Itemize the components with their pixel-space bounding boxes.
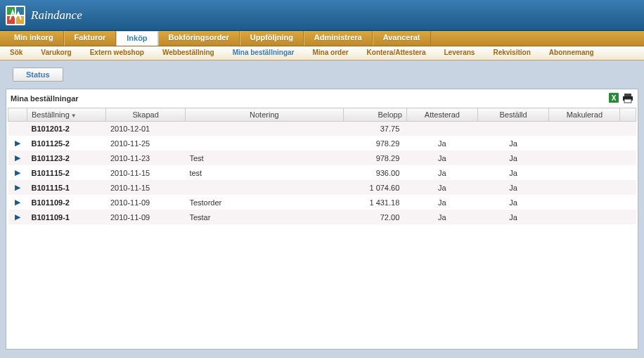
orders-table: Beställning▼ Skapad Notering Belopp Atte… [8, 108, 636, 224]
col-order[interactable]: Beställning▼ [27, 108, 105, 122]
sub-tab-webbeställning[interactable]: Webbeställning [157, 46, 220, 60]
main-tab-inköp[interactable]: Inköp [116, 31, 157, 46]
cell-amount: 936.00 [343, 165, 406, 180]
expand-cell [8, 122, 27, 136]
svg-text:X: X [612, 94, 617, 102]
sort-desc-icon: ▼ [71, 113, 77, 119]
expand-arrow-icon[interactable]: ▶ [15, 139, 20, 147]
expand-cell[interactable]: ▶ [8, 136, 27, 151]
cell-attested [406, 122, 477, 136]
print-icon[interactable] [622, 92, 633, 105]
cell-order: B101109-2 [27, 195, 105, 210]
table-row[interactable]: ▶B101115-22010-11-15test936.00JaJa [8, 165, 636, 180]
table-row[interactable]: B101201-22010-12-0137.75 [8, 122, 636, 136]
col-created[interactable]: Skapad [106, 108, 185, 122]
cell-cancelled [549, 165, 620, 180]
svg-rect-7 [624, 94, 631, 96]
cell-spacer [620, 151, 636, 165]
cell-spacer [620, 136, 636, 151]
cell-created: 2010-11-23 [106, 151, 185, 165]
expand-arrow-icon[interactable]: ▶ [15, 168, 20, 177]
table-row[interactable]: ▶B101115-12010-11-151 074.60JaJa [8, 180, 636, 195]
cell-cancelled [549, 122, 620, 136]
sub-tab-mina-order[interactable]: Mina order [307, 46, 354, 60]
main-tab-avancerat[interactable]: Avancerat [373, 31, 431, 46]
cell-note [185, 122, 343, 136]
table-row[interactable]: ▶B101123-22010-11-23Test978.29JaJa [8, 151, 636, 165]
col-cancelled[interactable]: Makulerad [549, 108, 620, 122]
app-logo-icon [6, 6, 25, 25]
cell-spacer [620, 180, 636, 195]
cell-order: B101123-2 [27, 151, 105, 165]
expand-arrow-icon[interactable]: ▶ [15, 198, 20, 206]
cell-spacer [620, 195, 636, 210]
sub-tab-varukorg[interactable]: Varukorg [35, 46, 77, 60]
cell-attested: Ja [406, 136, 477, 151]
sub-tab-leverans[interactable]: Leverans [439, 46, 481, 60]
col-expand [8, 108, 27, 122]
cell-ordered [478, 122, 549, 136]
main-tab-uppföljning[interactable]: Uppföljning [240, 31, 304, 46]
table-row[interactable]: ▶B101109-12010-11-09Testar72.00JaJa [8, 210, 636, 224]
cell-order: B101109-1 [27, 210, 105, 224]
main-tab-fakturor[interactable]: Fakturor [64, 31, 117, 46]
cell-cancelled [549, 195, 620, 210]
cell-created: 2010-11-25 [106, 136, 185, 151]
main-tab-bokföringsorder[interactable]: Bokföringsorder [158, 31, 240, 46]
cell-order: B101115-1 [27, 180, 105, 195]
cell-note [185, 136, 343, 151]
col-ordered[interactable]: Beställd [478, 108, 549, 122]
cell-attested: Ja [406, 180, 477, 195]
sub-tab-sök[interactable]: Sök [4, 46, 28, 60]
expand-cell[interactable]: ▶ [8, 180, 27, 195]
expand-cell[interactable]: ▶ [8, 210, 27, 224]
cell-ordered: Ja [478, 136, 549, 151]
col-amount[interactable]: Belopp [343, 108, 406, 122]
cell-created: 2010-11-15 [106, 180, 185, 195]
col-order-label: Beställning [32, 110, 70, 119]
expand-arrow-icon[interactable]: ▶ [15, 153, 20, 162]
main-tab-min-inkorg[interactable]: Min inkorg [4, 31, 64, 46]
content-area: Status Mina beställningar X Beställning▼… [0, 60, 644, 358]
sub-tab-mina-beställningar[interactable]: Mina beställningar [227, 46, 300, 60]
cell-amount: 1 431.18 [343, 195, 406, 210]
excel-export-icon[interactable]: X [608, 92, 619, 105]
cell-ordered: Ja [478, 210, 549, 224]
col-note[interactable]: Notering [185, 108, 343, 122]
cell-ordered: Ja [478, 180, 549, 195]
cell-cancelled [549, 180, 620, 195]
expand-arrow-icon[interactable]: ▶ [15, 212, 20, 221]
cell-order: B101201-2 [27, 122, 105, 136]
sub-tab-abonnemang[interactable]: Abonnemang [543, 46, 600, 60]
cell-spacer [620, 210, 636, 224]
svg-rect-9 [624, 99, 631, 103]
expand-cell[interactable]: ▶ [8, 195, 27, 210]
expand-cell[interactable]: ▶ [8, 151, 27, 165]
cell-ordered: Ja [478, 151, 549, 165]
cell-amount: 1 074.60 [343, 180, 406, 195]
cell-ordered: Ja [478, 165, 549, 180]
expand-cell[interactable]: ▶ [8, 165, 27, 180]
cell-amount: 37.75 [343, 122, 406, 136]
status-bar: Status [6, 60, 638, 89]
cell-amount: 978.29 [343, 136, 406, 151]
app-header: Raindance [0, 0, 644, 31]
expand-arrow-icon[interactable]: ▶ [15, 183, 20, 191]
col-attested[interactable]: Attesterad [406, 108, 477, 122]
orders-panel: Mina beställningar X Beställning▼ Skapad… [6, 89, 638, 350]
table-row[interactable]: ▶B101109-22010-11-09Testorder1 431.18JaJ… [8, 195, 636, 210]
panel-toolbar: X [608, 92, 633, 105]
main-tab-administrera[interactable]: Administrera [304, 31, 373, 46]
sub-tab-rekvisition[interactable]: Rekvisition [487, 46, 536, 60]
cell-attested: Ja [406, 210, 477, 224]
cell-note: Testorder [185, 195, 343, 210]
app-title: Raindance [31, 8, 82, 23]
panel-title: Mina beställningar [11, 94, 79, 103]
sub-tab-extern-webshop[interactable]: Extern webshop [84, 46, 150, 60]
table-row[interactable]: ▶B101125-22010-11-25978.29JaJa [8, 136, 636, 151]
main-tab-bar: Min inkorgFakturorInköpBokföringsorderUp… [0, 31, 644, 46]
status-button[interactable]: Status [13, 68, 63, 82]
sub-tab-kontera-attestera[interactable]: Kontera/Attestera [361, 46, 432, 60]
cell-cancelled [549, 136, 620, 151]
cell-order: B101125-2 [27, 136, 105, 151]
